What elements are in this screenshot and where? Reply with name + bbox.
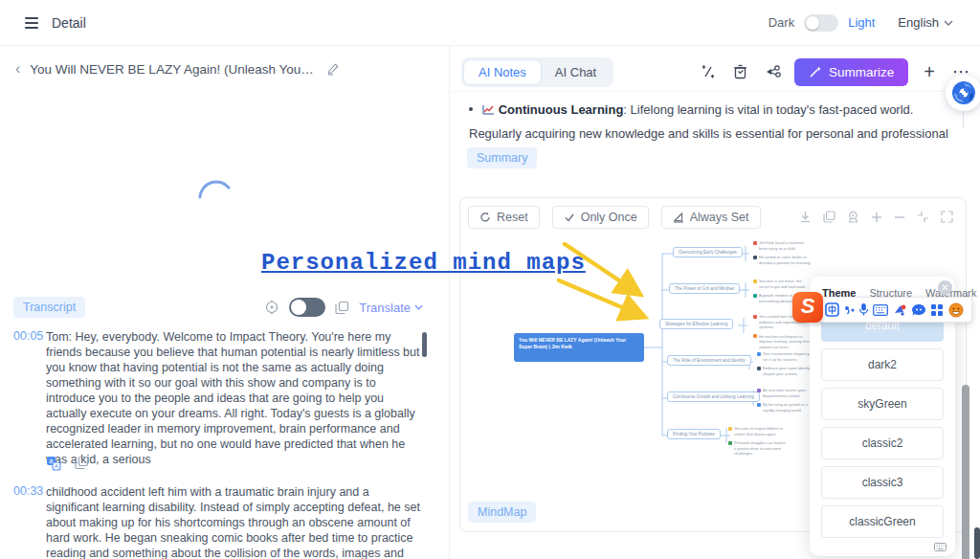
note-bullet-item: Continuous Learning: Lifelong learning i… (469, 98, 963, 169)
transcript-text: childhood accident left him with a traum… (46, 484, 421, 559)
assistant-float-button[interactable] (946, 75, 980, 111)
mindmap-branch[interactable]: Finding Your Purpose (667, 429, 721, 439)
svg-text:A: A (55, 463, 58, 469)
tone-icon[interactable] (844, 304, 855, 316)
chevron-down-icon (944, 20, 953, 26)
theme-toggle[interactable] (804, 14, 838, 32)
close-icon[interactable]: ✕ (938, 280, 952, 295)
chinese-mode-icon[interactable] (825, 302, 839, 317)
page-title: Detail (52, 15, 86, 31)
copy-entry-icon[interactable] (75, 456, 89, 470)
page-scrollbar[interactable] (974, 527, 980, 559)
menu-icon[interactable] (25, 17, 38, 29)
language-selector[interactable]: English (898, 15, 953, 30)
magic-wand-icon (809, 65, 822, 78)
mindmap-subnodes: Your environment shapes you; set it up f… (757, 351, 816, 380)
video-panel: ‹ You Will NEVER BE LAZY Again! (Unleash… (0, 46, 450, 559)
toolbox-grid-icon[interactable] (930, 303, 944, 317)
mindmap-card: Reset Only Once Always Set (459, 197, 967, 532)
mindmap-subnodes: Jim aims to inspire billions to unlock t… (728, 426, 788, 460)
summary-badge[interactable]: Summary (467, 147, 537, 168)
mindmap-subnodes: An articulate learner goes beyond formal… (757, 388, 816, 416)
mindmap-branch[interactable]: The Power of Grit and Mindset (669, 283, 740, 294)
spiral-logo-icon (951, 80, 976, 105)
app-window: Detail Dark Light English ‹ You Will NEV… (0, 0, 980, 559)
transcript-toolbar: Transcript Translate (0, 297, 436, 318)
back-icon[interactable]: ‹ (15, 61, 20, 77)
bullet-dot (469, 107, 473, 111)
edit-icon[interactable] (326, 62, 340, 76)
keyboard-icon[interactable] (873, 304, 888, 316)
mindmap-branch[interactable]: Strategies for Effective Learning (659, 319, 733, 329)
copy-icon[interactable] (335, 301, 349, 315)
bullet-title: Continuous Learning (499, 102, 624, 117)
annotation-text: Personalized mind maps (261, 250, 586, 276)
language-label: English (898, 15, 939, 30)
transcript-row[interactable]: 00:33 childhood accident left him with a… (0, 484, 433, 559)
auto-scroll-icon[interactable] (264, 300, 279, 315)
theme-option-classic2[interactable]: classic2 (821, 427, 944, 459)
tab-ai-chat[interactable]: AI Chat (541, 60, 611, 84)
notes-tabs: AI Notes AI Chat (461, 57, 613, 87)
mindmap-subnodes: Jim Kwik faced a traumatic brain injury … (753, 240, 813, 269)
tab-ai-notes[interactable]: AI Notes (464, 60, 541, 84)
chart-increasing-icon (482, 104, 495, 115)
translate-toggle[interactable] (289, 298, 325, 317)
theme-option-classic3[interactable]: classic3 (821, 466, 944, 499)
translate-dropdown[interactable]: Translate (359, 301, 423, 315)
emoji-face-icon[interactable] (948, 302, 964, 318)
mindmap-badge[interactable]: MindMap (468, 502, 536, 523)
mindmap-branch[interactable]: Continuous Growth and Lifelong Learning (667, 391, 760, 402)
timestamp[interactable]: 00:33 (0, 484, 46, 559)
sogou-input-toolbar (816, 297, 972, 323)
add-note-button[interactable]: + (924, 62, 935, 81)
transcript-tab[interactable]: Transcript (13, 297, 85, 318)
timestamp[interactable]: 00:05 (0, 329, 46, 467)
delete-icon[interactable] (732, 63, 748, 80)
summarize-label: Summarize (829, 65, 894, 79)
translate-entry-icon[interactable]: a A (46, 456, 61, 471)
float-stem (963, 111, 964, 128)
sogou-input-logo[interactable]: S (792, 292, 823, 323)
mindmap-branch[interactable]: The Role of Environment and Identity (667, 355, 751, 366)
loading-spinner (194, 172, 236, 214)
keyboard-icon[interactable] (934, 543, 947, 551)
theme-option-dark2[interactable]: dark2 (821, 348, 944, 381)
summarize-button[interactable]: Summarize (794, 58, 908, 86)
light-mode-label: Light (848, 15, 875, 30)
dark-mode-label: Dark (768, 15, 794, 30)
top-bar: Detail Dark Light English (0, 0, 980, 46)
transcript-text: Tom: Hey, everybody. Welcome to Impact T… (46, 329, 421, 467)
mindmap-root-node[interactable]: You Will NEVER BE LAZY Again! (Unleash Y… (514, 333, 644, 362)
theme-scrollbar[interactable] (962, 385, 969, 559)
transcript-scrollbar[interactable] (422, 332, 427, 357)
chevron-down-icon (414, 304, 423, 310)
microphone-icon[interactable] (858, 302, 869, 317)
ai-format-icon[interactable] (700, 63, 717, 80)
theme-option-skygreen[interactable]: skyGreen (821, 388, 944, 420)
theme-option-classicgreen[interactable]: classicGreen (821, 505, 944, 538)
transcript-row[interactable]: 00:05 Tom: Hey, everybody. Welcome to Im… (0, 329, 433, 467)
translate-label: Translate (359, 301, 411, 315)
export-mindmap-icon[interactable] (764, 63, 783, 80)
skin-palette-icon[interactable] (893, 303, 907, 317)
chat-bubble-icon[interactable] (911, 303, 926, 317)
video-title: You Will NEVER BE LAZY Again! (Unleash Y… (30, 62, 317, 77)
mindmap-branch[interactable]: Overcoming Early Challenges (673, 247, 743, 257)
